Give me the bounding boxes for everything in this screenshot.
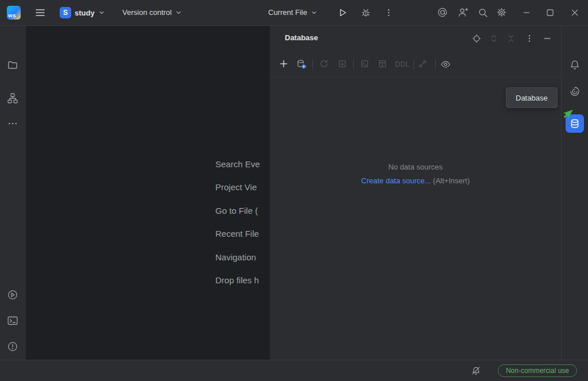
ide-window: WS S study Version control Current File (0, 0, 588, 381)
table-editor-icon[interactable] (378, 59, 387, 68)
structure-icon[interactable] (7, 93, 18, 104)
problems-icon[interactable] (7, 341, 18, 352)
left-tool-window-bar (0, 26, 26, 360)
more-tool-windows-icon[interactable] (7, 118, 18, 129)
editor-hint-line: Recent File (215, 229, 259, 238)
services-icon[interactable] (7, 289, 18, 301)
refresh-icon[interactable] (319, 59, 328, 68)
ai-assistant-icon[interactable] (437, 7, 448, 18)
project-folder-icon[interactable] (7, 59, 18, 71)
ddl-label[interactable]: DDL (395, 60, 410, 68)
editor-hint-line: Drop files h (215, 275, 259, 285)
empty-state-actions: Create data source... (Alt+Insert) (270, 176, 561, 185)
create-data-source-shortcut: (Alt+Insert) (433, 176, 470, 185)
search-everywhere-icon[interactable] (478, 7, 488, 18)
data-source-properties-icon[interactable] (296, 59, 307, 70)
notifications-bell-icon[interactable] (569, 59, 581, 71)
editor-hint-line: Search Eve (215, 159, 260, 169)
attach-session-icon[interactable] (338, 59, 347, 68)
editor-hint-line: Go to File ( (215, 206, 258, 215)
database-tool-window: Database (270, 26, 561, 360)
database-toolbar: DDL (270, 52, 561, 77)
run-config-label: Current File (268, 8, 307, 17)
editor-hint-line: Project Vie (215, 182, 257, 192)
query-console-icon[interactable] (360, 59, 369, 68)
logo-text: WS (7, 13, 16, 20)
editor-area[interactable]: Search Eve Project Vie Go to File ( Rece… (26, 26, 270, 360)
mute-notifications-icon[interactable] (471, 365, 481, 376)
toolbar-separator (435, 59, 436, 69)
status-bar: Non-commercial use (0, 360, 588, 381)
run-icon[interactable] (338, 7, 348, 18)
debug-icon[interactable] (361, 7, 371, 18)
panel-options-icon[interactable] (525, 34, 534, 43)
diagram-icon[interactable] (418, 59, 427, 68)
collapse-all-icon[interactable] (506, 34, 516, 43)
chevron-down-icon (98, 9, 105, 16)
code-with-me-icon[interactable] (458, 7, 469, 18)
ai-assistant-tool-icon[interactable] (569, 86, 581, 97)
mouse-cursor (559, 106, 574, 121)
database-panel-header: Database (270, 26, 561, 52)
window-maximize-icon[interactable] (546, 8, 555, 17)
main-menu-icon[interactable] (34, 7, 46, 18)
empty-state-message: No data sources (270, 163, 561, 171)
project-avatar: S (60, 7, 71, 18)
terminal-icon[interactable] (7, 315, 18, 326)
window-close-icon[interactable] (570, 8, 579, 17)
hide-panel-icon[interactable] (543, 34, 552, 43)
add-data-source-icon[interactable] (279, 59, 288, 68)
vcs-widget[interactable]: Version control (122, 8, 182, 17)
view-options-eye-icon[interactable] (440, 59, 451, 70)
settings-gear-icon[interactable] (496, 7, 507, 18)
database-tool-tooltip: Database (506, 87, 558, 108)
license-badge[interactable]: Non-commercial use (498, 364, 577, 377)
license-badge-text: Non-commercial use (506, 367, 569, 375)
panel-title: Database (285, 33, 318, 42)
locate-object-icon[interactable] (472, 34, 481, 43)
more-actions-icon[interactable] (384, 8, 393, 17)
vcs-label: Version control (122, 8, 172, 17)
toolbar-separator (353, 59, 354, 69)
editor-hint-line: Navigation (215, 252, 256, 262)
expand-all-icon[interactable] (489, 34, 498, 43)
run-configuration-widget[interactable]: Current File (268, 8, 318, 17)
toolbar-separator (413, 59, 414, 69)
title-bar: WS S study Version control Current File (0, 0, 588, 26)
project-name: study (75, 9, 95, 17)
create-data-source-link[interactable]: Create data source... (361, 176, 431, 185)
chevron-down-icon (175, 9, 182, 16)
chevron-down-icon (311, 9, 318, 16)
window-minimize-icon[interactable] (522, 8, 531, 17)
webstorm-logo-icon: WS (7, 6, 21, 20)
toolbar-separator (312, 59, 313, 69)
tooltip-text: Database (516, 94, 548, 102)
project-widget[interactable]: S study (60, 7, 105, 18)
right-tool-window-bar (561, 26, 588, 360)
